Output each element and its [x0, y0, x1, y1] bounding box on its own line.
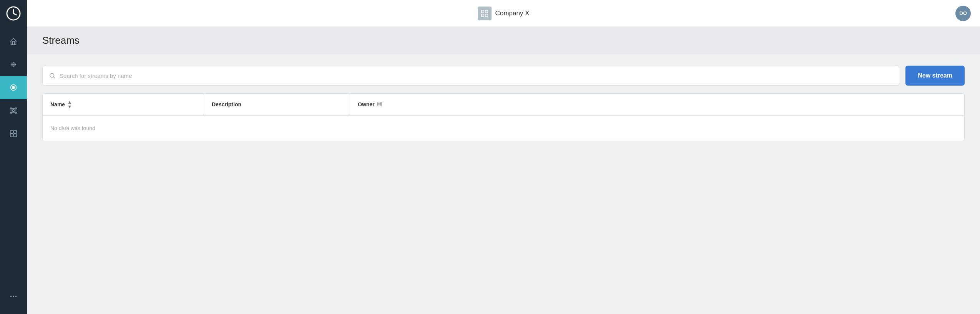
- page-title: Streams: [42, 35, 965, 46]
- svg-rect-17: [481, 14, 483, 16]
- content-area: New stream Name ▲ ▼ Description Owner: [27, 54, 980, 314]
- sidebar-item-streams[interactable]: [0, 76, 27, 99]
- search-row: New stream: [42, 66, 965, 86]
- svg-point-3: [12, 109, 15, 112]
- svg-point-14: [15, 296, 17, 297]
- grid-icon: [480, 9, 489, 18]
- search-input[interactable]: [60, 73, 893, 79]
- routes-icon: [9, 60, 18, 69]
- svg-rect-18: [485, 14, 487, 16]
- svg-point-12: [10, 296, 12, 297]
- column-description: Description: [204, 94, 350, 115]
- column-name: Name ▲ ▼: [43, 94, 204, 115]
- svg-rect-9: [14, 131, 17, 133]
- sidebar: [0, 0, 27, 314]
- sidebar-nav: [0, 27, 27, 285]
- streams-icon: [9, 83, 18, 92]
- search-icon: [49, 72, 56, 79]
- dashboards-icon: [9, 129, 18, 138]
- topbar: Company X DO: [27, 0, 980, 27]
- column-owner: Owner: [350, 94, 964, 115]
- sidebar-item-home[interactable]: [0, 30, 27, 53]
- company-selector[interactable]: Company X: [478, 7, 530, 20]
- empty-message: No data was found: [50, 125, 95, 131]
- sidebar-logo[interactable]: [0, 0, 27, 27]
- company-name: Company X: [495, 10, 530, 17]
- sort-icon[interactable]: ▲ ▼: [67, 100, 72, 109]
- svg-point-7: [15, 112, 17, 114]
- logo-icon: [6, 6, 21, 21]
- svg-point-5: [15, 108, 17, 109]
- search-container: [42, 66, 899, 86]
- svg-point-4: [10, 108, 12, 109]
- svg-point-13: [13, 296, 14, 297]
- new-stream-button[interactable]: New stream: [905, 66, 965, 86]
- filter-icon[interactable]: [377, 101, 382, 108]
- svg-rect-8: [10, 131, 13, 133]
- svg-rect-20: [377, 102, 382, 106]
- table-header: Name ▲ ▼ Description Owner: [43, 94, 964, 116]
- more-icon: [9, 292, 18, 301]
- table-body: No data was found: [43, 116, 964, 141]
- main-container: Company X DO Streams New stream: [27, 0, 980, 314]
- integrations-icon: [9, 106, 18, 115]
- page-header: Streams: [27, 27, 980, 54]
- streams-table: Name ▲ ▼ Description Owner: [42, 93, 965, 141]
- svg-point-6: [10, 112, 12, 114]
- company-icon: [478, 7, 492, 20]
- svg-rect-10: [10, 134, 13, 137]
- svg-rect-16: [485, 10, 487, 12]
- sidebar-item-integrations[interactable]: [0, 99, 27, 122]
- home-icon: [9, 37, 18, 46]
- sidebar-item-more[interactable]: [0, 285, 27, 308]
- sidebar-bottom: [0, 285, 27, 314]
- sidebar-item-dashboards[interactable]: [0, 122, 27, 145]
- svg-rect-11: [14, 134, 17, 137]
- user-avatar[interactable]: DO: [955, 6, 971, 21]
- sidebar-item-routes[interactable]: [0, 53, 27, 76]
- svg-rect-15: [481, 10, 483, 12]
- svg-point-2: [12, 86, 15, 89]
